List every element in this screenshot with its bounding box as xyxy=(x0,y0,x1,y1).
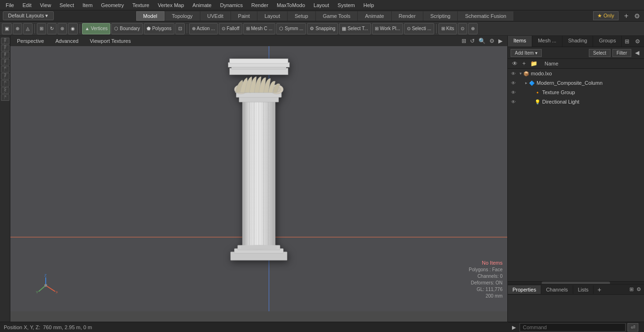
rp-arrow-left-icon[interactable]: ◀ xyxy=(633,49,641,57)
tab-paint[interactable]: Paint xyxy=(231,11,257,21)
scale-btn[interactable]: ⊛ xyxy=(58,23,67,34)
menu-animate[interactable]: Animate xyxy=(189,1,215,9)
arrow-column[interactable]: ▸ xyxy=(524,81,528,85)
rp-tab-shading[interactable]: Shading xyxy=(562,36,593,47)
menu-dynamics[interactable]: Dynamics xyxy=(216,1,247,9)
sidebar-btn-uv[interactable]: UV... xyxy=(1,87,9,94)
falloff-btn[interactable]: ⊙ Falloff xyxy=(219,23,242,34)
sidebar-btn-du[interactable]: Du... xyxy=(1,45,9,51)
menu-render[interactable]: Render xyxy=(248,1,272,9)
props-tab-channels[interactable]: Channels xyxy=(541,285,573,294)
vp-ctrl-refresh[interactable]: ↺ xyxy=(469,37,476,45)
transform-btn[interactable]: ⊞ xyxy=(37,23,46,34)
item-tool-icon1[interactable]: 👁 xyxy=(511,60,519,67)
rp-tab-groups[interactable]: Groups xyxy=(593,36,622,47)
command-go-button[interactable]: ⏎ xyxy=(627,323,638,332)
eye-icon-modo[interactable]: 👁 xyxy=(510,70,517,77)
select-button[interactable]: Select xyxy=(589,49,611,57)
tab-schematic-fusion[interactable]: Schematic Fusion xyxy=(458,11,513,21)
rp-tab-items[interactable]: Items xyxy=(508,36,532,47)
selecti-btn[interactable]: ⊙ Selecti ... xyxy=(404,23,434,34)
symm-btn[interactable]: ⬡ Symm ... xyxy=(276,23,306,34)
props-add-icon[interactable]: + xyxy=(595,286,603,293)
vp-ctrl-play[interactable]: ▶ xyxy=(497,37,504,45)
workplane-btn[interactable]: ⊞ Work Pl... xyxy=(372,23,403,34)
sidebar-btn-po[interactable]: Po... xyxy=(1,73,9,80)
layout-add-button[interactable]: + xyxy=(621,12,631,20)
tab-model[interactable]: Model xyxy=(136,11,165,21)
sidebar-btn-f[interactable]: F... xyxy=(1,94,9,101)
sidebar-btn-e[interactable]: E... xyxy=(1,66,9,73)
tab-topology[interactable]: Topology xyxy=(165,11,200,21)
eye-icon-texture[interactable]: 👁 xyxy=(510,89,517,96)
menu-file[interactable]: File xyxy=(2,1,18,9)
rp-tab-mesh[interactable]: Mesh ... xyxy=(532,36,562,47)
boundary-btn[interactable]: ⬡ Boundary xyxy=(111,23,143,34)
tree-item-modo-lxo[interactable]: 👁 ▾ 📦 modo.lxo xyxy=(508,69,644,78)
menu-system[interactable]: System xyxy=(334,1,359,9)
layout-settings-icon[interactable]: ⚙ xyxy=(634,12,640,20)
menu-edit[interactable]: Edit xyxy=(19,1,35,9)
eye-icon-column[interactable]: 👁 xyxy=(510,79,517,87)
menu-view[interactable]: View xyxy=(36,1,55,9)
menu-help[interactable]: Help xyxy=(360,1,378,9)
props-expand-icon[interactable]: ⊞ xyxy=(628,285,635,293)
item-tool-icon2[interactable]: + xyxy=(521,60,527,67)
edge-tool-btn[interactable]: ⊡ xyxy=(175,23,185,34)
item-mode-btn[interactable]: ▣ xyxy=(2,23,12,34)
menu-vertex-map[interactable]: Vertex Map xyxy=(154,1,188,9)
sidebar-btn-c[interactable]: C... xyxy=(1,80,9,87)
menu-maxtomodo[interactable]: MaxToModo xyxy=(273,1,309,9)
props-settings-icon[interactable]: ⚙ xyxy=(636,285,642,293)
tab-game-tools[interactable]: Game Tools xyxy=(316,11,358,21)
menu-item[interactable]: Item xyxy=(79,1,96,9)
menu-texture[interactable]: Texture xyxy=(129,1,153,9)
tab-render[interactable]: Render xyxy=(392,11,423,21)
sidebar-btn-ve[interactable]: Ve... xyxy=(1,59,9,65)
rotate-btn[interactable]: ↻ xyxy=(47,23,57,34)
tree-item-dirlight[interactable]: 👁 ▸ 💡 Directional Light xyxy=(508,97,644,106)
tab-scripting[interactable]: Scripting xyxy=(423,11,458,21)
kits-btn[interactable]: ⊞ Kits xyxy=(438,23,457,34)
arrow-modo[interactable]: ▾ xyxy=(518,71,523,76)
view-ctrl1[interactable]: ⊙ xyxy=(458,23,467,34)
tab-setup[interactable]: Setup xyxy=(288,11,315,21)
tree-item-column[interactable]: 👁 ▸ 🔷 Modern_Composite_Column xyxy=(508,78,644,88)
star-only-button[interactable]: ★ Only xyxy=(593,11,619,20)
tree-item-texture[interactable]: 👁 ▸ 🔸 Texture Group xyxy=(508,88,644,97)
mesh-btn[interactable]: ⊞ Mesh C ... xyxy=(243,23,275,34)
vp-ctrl-maximize[interactable]: ⊞ xyxy=(461,37,467,45)
item-tree[interactable]: 👁 ▾ 📦 modo.lxo 👁 ▸ 🔷 Modern_Composite_Co… xyxy=(508,69,644,281)
tab-animate[interactable]: Animate xyxy=(358,11,391,21)
vp-tab-advanced[interactable]: Advanced xyxy=(52,37,81,45)
sidebar-btn-de[interactable]: De... xyxy=(1,38,9,44)
tab-layout[interactable]: Layout xyxy=(257,11,287,21)
props-tab-lists[interactable]: Lists xyxy=(573,285,594,294)
eye-icon-dirlight[interactable]: 👁 xyxy=(510,98,517,105)
view-ctrl2[interactable]: ⊕ xyxy=(468,23,478,34)
vertex-btn[interactable]: ◬ xyxy=(23,23,33,34)
tab-uvedit[interactable]: UVEdit xyxy=(200,11,231,21)
menu-select[interactable]: Select xyxy=(56,1,78,9)
menu-geometry[interactable]: Geometry xyxy=(97,1,127,9)
sidebar-btn-me[interactable]: Me... xyxy=(1,52,9,58)
add-item-button[interactable]: Add Item ▾ xyxy=(511,49,542,57)
rp-settings-icon[interactable]: ⚙ xyxy=(633,37,642,46)
vp-tab-perspective[interactable]: Perspective xyxy=(14,37,47,45)
props-tab-properties[interactable]: Properties xyxy=(508,285,541,294)
command-input[interactable] xyxy=(520,323,626,332)
vp-tab-textures[interactable]: Viewport Textures xyxy=(87,37,133,45)
circle-btn[interactable]: ◉ xyxy=(68,23,78,34)
scene-canvas[interactable]: X Y Z No Items Polygons : Face Channels:… xyxy=(10,46,507,311)
snapping-btn[interactable]: ⚙ Snapping xyxy=(307,23,338,34)
world-space-btn[interactable]: ⊕ xyxy=(13,23,22,34)
filter-button[interactable]: Filter xyxy=(612,49,631,57)
polygons-btn[interactable]: ⬟ Polygons xyxy=(144,23,174,34)
vertices-btn[interactable]: ▲ ▲ VerticesVertices xyxy=(82,23,110,34)
action-btn[interactable]: ⊕ Action ... xyxy=(189,23,218,34)
menu-layout[interactable]: Layout xyxy=(310,1,333,9)
vp-ctrl-settings[interactable]: ⚙ xyxy=(488,37,495,45)
viewport[interactable]: Perspective Advanced Viewport Textures ⊞… xyxy=(10,36,507,322)
vp-ctrl-zoom[interactable]: 🔍 xyxy=(478,37,487,45)
rp-expand-icon[interactable]: ⊞ xyxy=(623,37,631,46)
